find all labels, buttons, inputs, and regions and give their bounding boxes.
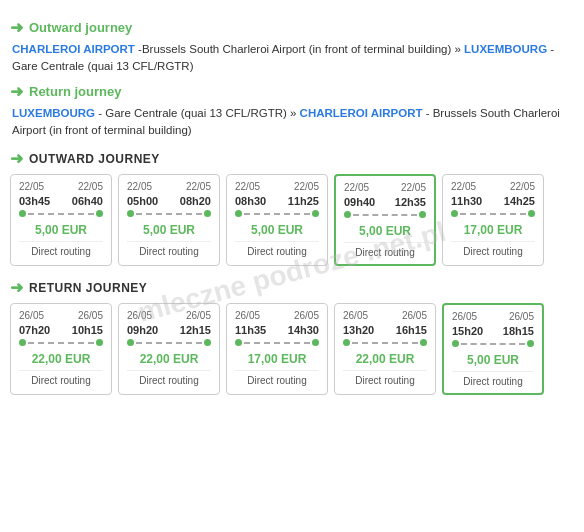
route-dashed-line <box>353 214 417 216</box>
card-time1: 07h20 <box>19 324 50 336</box>
outward-journey-header: ➜ Outward journey <box>10 18 574 37</box>
card-date2: 26/05 <box>402 310 427 321</box>
return-to-bold: CHARLEROI AIRPORT <box>300 107 423 119</box>
card-price: 17,00 EUR <box>235 352 319 366</box>
departure-dot <box>452 340 459 347</box>
outward-arrow-icon: ➜ <box>10 18 23 37</box>
outward-section-header: ➜ OUTWARD JOURNEY <box>10 149 574 168</box>
card-routing: Direct routing <box>452 371 534 387</box>
card-price: 22,00 EUR <box>127 352 211 366</box>
card-date1: 26/05 <box>127 310 152 321</box>
arrival-dot <box>96 210 103 217</box>
card-date2: 22/05 <box>401 182 426 193</box>
journey-card[interactable]: 26/05 26/05 11h35 14h30 17,00 EUR Direct… <box>226 303 328 395</box>
return-journey-title: Return journey <box>29 84 121 99</box>
card-routing: Direct routing <box>19 370 103 386</box>
journey-card[interactable]: 26/05 26/05 07h20 10h15 22,00 EUR Direct… <box>10 303 112 395</box>
card-date2: 22/05 <box>294 181 319 192</box>
route-dashed-line <box>244 213 310 215</box>
return-from-bold: LUXEMBOURG <box>12 107 95 119</box>
card-price: 5,00 EUR <box>344 224 426 238</box>
arrival-dot <box>419 211 426 218</box>
card-time2: 16h15 <box>396 324 427 336</box>
card-route-line <box>235 210 319 217</box>
return-journey-header: ➜ Return journey <box>10 82 574 101</box>
card-date2: 26/05 <box>294 310 319 321</box>
arrival-dot <box>312 210 319 217</box>
card-price: 22,00 EUR <box>343 352 427 366</box>
departure-dot <box>451 210 458 217</box>
route-dashed-line <box>28 213 94 215</box>
route-dashed-line <box>28 342 94 344</box>
card-date1: 26/05 <box>235 310 260 321</box>
route-dashed-line <box>136 342 202 344</box>
journey-card[interactable]: 26/05 26/05 09h20 12h15 22,00 EUR Direct… <box>118 303 220 395</box>
route-dashed-line <box>460 213 526 215</box>
card-date1: 22/05 <box>235 181 260 192</box>
route-dashed-line <box>244 342 310 344</box>
card-time1: 15h20 <box>452 325 483 337</box>
return-section-label: RETURN JOURNEY <box>29 281 147 295</box>
card-time1: 09h40 <box>344 196 375 208</box>
card-date2: 26/05 <box>509 311 534 322</box>
journey-card[interactable]: 26/05 26/05 13h20 16h15 22,00 EUR Direct… <box>334 303 436 395</box>
return-from-rest: - Gare Centrale (quai 13 CFL/RGTR) » <box>95 107 300 119</box>
departure-dot <box>19 339 26 346</box>
departure-dot <box>127 339 134 346</box>
card-date2: 22/05 <box>78 181 103 192</box>
return-section-header: ➜ RETURN JOURNEY <box>10 278 574 297</box>
card-route-line <box>235 339 319 346</box>
card-time2: 08h20 <box>180 195 211 207</box>
card-price: 5,00 EUR <box>452 353 534 367</box>
journey-card[interactable]: 22/05 22/05 05h00 08h20 5,00 EUR Direct … <box>118 174 220 266</box>
card-date2: 22/05 <box>186 181 211 192</box>
outward-section-label: OUTWARD JOURNEY <box>29 152 160 166</box>
departure-dot <box>235 339 242 346</box>
departure-dot <box>343 339 350 346</box>
journey-card[interactable]: 22/05 22/05 03h45 06h40 5,00 EUR Direct … <box>10 174 112 266</box>
card-time2: 18h15 <box>503 325 534 337</box>
card-date2: 26/05 <box>78 310 103 321</box>
return-arrow-icon: ➜ <box>10 82 23 101</box>
return-section-arrow: ➜ <box>10 278 23 297</box>
card-route-line <box>343 339 427 346</box>
card-route-line <box>127 210 211 217</box>
card-routing: Direct routing <box>451 241 535 257</box>
card-date2: 26/05 <box>186 310 211 321</box>
card-routing: Direct routing <box>344 242 426 258</box>
card-routing: Direct routing <box>127 241 211 257</box>
card-route-line <box>19 339 103 346</box>
card-route-line <box>19 210 103 217</box>
card-time2: 10h15 <box>72 324 103 336</box>
card-date1: 22/05 <box>344 182 369 193</box>
card-time1: 03h45 <box>19 195 50 207</box>
card-price: 5,00 EUR <box>19 223 103 237</box>
outward-from-bold: CHARLEROI AIRPORT <box>12 43 135 55</box>
card-date1: 26/05 <box>452 311 477 322</box>
arrival-dot <box>528 210 535 217</box>
journey-card[interactable]: 22/05 22/05 08h30 11h25 5,00 EUR Direct … <box>226 174 328 266</box>
journey-card[interactable]: 22/05 22/05 09h40 12h35 5,00 EUR Direct … <box>334 174 436 266</box>
card-time1: 08h30 <box>235 195 266 207</box>
outward-journey-title: Outward journey <box>29 20 132 35</box>
arrival-dot <box>312 339 319 346</box>
card-time1: 09h20 <box>127 324 158 336</box>
outward-to-bold: LUXEMBOURG <box>464 43 547 55</box>
route-dashed-line <box>352 342 418 344</box>
arrival-dot <box>420 339 427 346</box>
card-time1: 13h20 <box>343 324 374 336</box>
card-time2: 14h30 <box>288 324 319 336</box>
card-time1: 05h00 <box>127 195 158 207</box>
route-dashed-line <box>136 213 202 215</box>
card-route-line <box>344 211 426 218</box>
card-date1: 22/05 <box>451 181 476 192</box>
journey-card[interactable]: 26/05 26/05 15h20 18h15 5,00 EUR Direct … <box>442 303 544 395</box>
return-cards-row: 26/05 26/05 07h20 10h15 22,00 EUR Direct… <box>10 303 574 395</box>
card-price: 5,00 EUR <box>235 223 319 237</box>
journey-card[interactable]: 22/05 22/05 11h30 14h25 17,00 EUR Direct… <box>442 174 544 266</box>
card-time1: 11h35 <box>235 324 266 336</box>
card-date1: 26/05 <box>19 310 44 321</box>
card-time1: 11h30 <box>451 195 482 207</box>
card-price: 22,00 EUR <box>19 352 103 366</box>
card-routing: Direct routing <box>127 370 211 386</box>
